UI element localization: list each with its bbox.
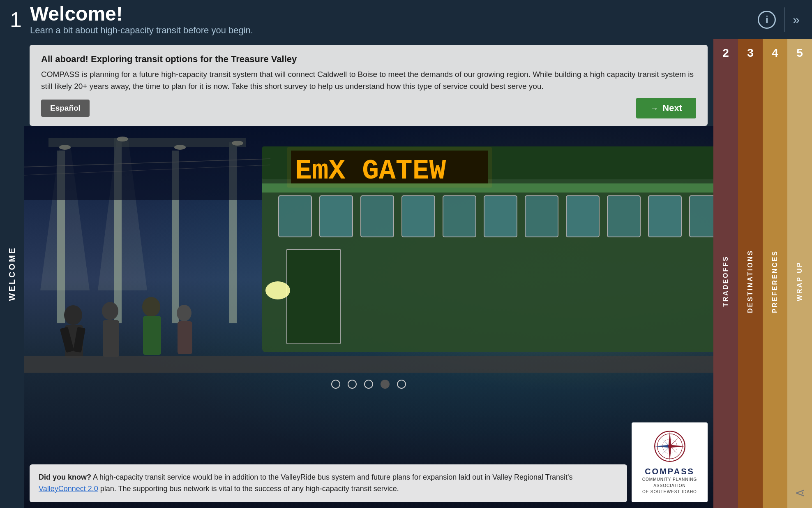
header-title-block: Welcome! Learn a bit about high-capacity… [30, 3, 758, 36]
tab-5-number: 5 [796, 46, 803, 60]
tab-3-number: 3 [747, 46, 754, 60]
svg-rect-40 [24, 356, 713, 373]
valley-connect-link[interactable]: ValleyConnect 2.0 [39, 485, 98, 493]
tab-4-label: PREFERENCES [771, 62, 779, 501]
svg-rect-16 [361, 196, 394, 237]
compass-name: COMPASS [645, 467, 694, 476]
welcome-tab[interactable]: WELCOME [0, 39, 24, 508]
compass-subtitle1: COMMUNITY PLANNING ASSOCIATION of Southw… [639, 476, 700, 495]
svg-rect-21 [566, 196, 599, 237]
svg-rect-22 [607, 196, 640, 237]
svg-rect-35 [103, 320, 119, 357]
svg-marker-47 [670, 445, 685, 448]
page-title: Welcome! [30, 3, 758, 25]
svg-point-30 [64, 305, 82, 325]
bottom-info-text1: A high-capacity transit service would be… [93, 473, 572, 481]
svg-rect-20 [525, 196, 558, 237]
carousel-dot-2[interactable] [348, 380, 357, 389]
page-subtitle: Learn a bit about high-capacity transit … [30, 25, 758, 36]
svg-marker-46 [668, 431, 671, 446]
svg-marker-49 [655, 445, 670, 448]
compass-logo: COMPASS COMMUNITY PLANNING ASSOCIATION o… [632, 422, 708, 502]
share-icon[interactable]: ⋖ [795, 486, 805, 499]
did-you-know-label: Did you know? [39, 473, 91, 481]
sidebar-tab-preferences[interactable]: 4 PREFERENCES [763, 39, 787, 508]
next-arrow-icon: → [650, 104, 658, 113]
sidebar-tab-destinations[interactable]: 3 DESTINATIONS [738, 39, 763, 508]
header-step-number: 1 [10, 9, 22, 30]
svg-marker-48 [668, 446, 671, 462]
svg-rect-15 [320, 196, 353, 237]
svg-marker-51 [670, 446, 679, 455]
center-content: All aboard! Exploring transit options fo… [24, 39, 713, 508]
compass-wheel-icon [653, 430, 686, 463]
carousel-dot-1[interactable] [331, 380, 340, 389]
svg-marker-53 [660, 437, 669, 446]
svg-point-38 [177, 305, 191, 321]
svg-rect-18 [443, 196, 476, 237]
svg-marker-50 [670, 437, 679, 446]
welcome-tab-label: WELCOME [7, 246, 17, 301]
bottom-info-text2: plan. The supporting bus network is vita… [100, 485, 399, 493]
header: 1 Welcome! Learn a bit about high-capaci… [0, 0, 812, 39]
svg-rect-17 [402, 196, 435, 237]
info-icon[interactable]: i [758, 11, 776, 29]
tab-4-number: 4 [772, 46, 778, 60]
info-card-actions: Español → Next [41, 98, 696, 118]
svg-rect-23 [648, 196, 681, 237]
svg-marker-52 [660, 446, 669, 455]
svg-rect-19 [484, 196, 517, 237]
espanol-button[interactable]: Español [41, 100, 90, 117]
svg-rect-14 [279, 196, 311, 237]
info-card: All aboard! Exploring transit options fo… [30, 45, 708, 126]
sidebar: 2 TRADEOFFS 3 DESTINATIONS 4 PREFERENCES… [713, 39, 812, 508]
tab-2-label: TRADEOFFS [722, 62, 729, 501]
carousel-dots [331, 380, 406, 389]
svg-point-36 [142, 297, 160, 317]
svg-rect-37 [143, 316, 161, 355]
svg-point-34 [102, 302, 118, 320]
info-card-body: COMPASS is planning for a future high-ca… [41, 69, 696, 92]
svg-rect-25 [287, 249, 340, 344]
next-button-label: Next [662, 103, 682, 114]
sidebar-tab-tradeoffs[interactable]: 2 TRADEOFFS [713, 39, 738, 508]
carousel-dot-4[interactable] [381, 380, 390, 389]
forward-icon[interactable]: » [793, 13, 798, 27]
svg-point-28 [265, 281, 290, 299]
tab-2-number: 2 [722, 46, 729, 60]
svg-rect-43 [287, 147, 492, 188]
bus-scene-svg: EmX GATEW [24, 126, 713, 508]
bottom-info-box: Did you know? A high-capacity transit se… [30, 464, 627, 502]
carousel-dot-3[interactable] [364, 380, 373, 389]
svg-rect-24 [690, 196, 713, 237]
tab-5-label: WRAP UP [796, 62, 803, 501]
svg-point-54 [668, 445, 671, 448]
main-content: WELCOME All aboard! Exploring transit op… [0, 39, 812, 508]
tab-3-label: DESTINATIONS [747, 62, 754, 501]
header-divider [784, 7, 784, 32]
share-icon-wrap[interactable]: ⋖ [795, 485, 805, 500]
info-card-title: All aboard! Exploring transit options fo… [41, 54, 696, 65]
carousel-dot-5[interactable] [397, 380, 406, 389]
svg-rect-39 [178, 321, 192, 354]
header-icons: i » [758, 7, 798, 32]
next-button[interactable]: → Next [636, 98, 696, 118]
sidebar-tab-wrapup[interactable]: 5 WRAP UP ⋖ [787, 39, 812, 508]
bus-image-area: EmX GATEW [24, 126, 713, 508]
